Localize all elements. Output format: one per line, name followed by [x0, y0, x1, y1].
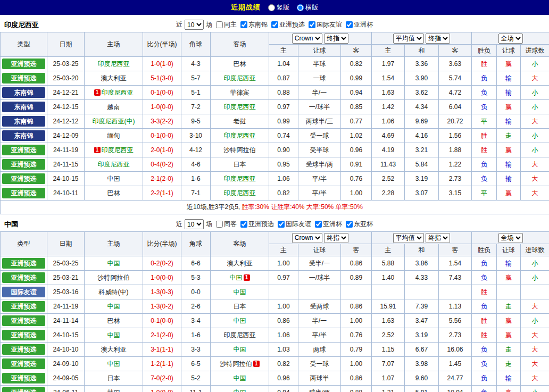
away-team[interactable]: 中国: [211, 285, 269, 299]
away-team[interactable]: 印度尼西亚: [211, 172, 269, 186]
competition-checkbox[interactable]: [346, 221, 353, 228]
away-team-name[interactable]: 老挝: [234, 118, 246, 125]
away-team-name[interactable]: 中国: [230, 274, 243, 281]
competition-checkbox[interactable]: [278, 221, 285, 228]
home-team[interactable]: 1印度尼西亚: [85, 143, 143, 157]
euro-source-select[interactable]: 平均值: [393, 233, 424, 243]
competition-filter[interactable]: 国际友谊: [278, 220, 311, 229]
scope-select[interactable]: 全场: [498, 233, 523, 243]
away-team[interactable]: 中国: [211, 386, 269, 392]
home-team-name[interactable]: 中国: [107, 260, 120, 267]
home-team[interactable]: 澳大利亚: [85, 343, 143, 357]
away-team-name[interactable]: 印度尼西亚: [224, 74, 256, 82]
competition-filter[interactable]: 亚洲预选: [240, 220, 274, 229]
home-team-name[interactable]: 沙特阿拉伯: [98, 274, 130, 281]
competition-checkbox[interactable]: [240, 21, 247, 28]
recent-count-select[interactable]: 10: [185, 20, 204, 30]
away-team[interactable]: 沙特阿拉伯: [211, 143, 269, 157]
away-team[interactable]: 印度尼西亚: [211, 186, 269, 201]
home-team-name[interactable]: 科威特(中): [99, 288, 129, 296]
competition-filter[interactable]: 国际友谊: [309, 20, 342, 29]
bookmaker-select[interactable]: Crown: [292, 233, 322, 243]
home-team-name[interactable]: 中国: [107, 175, 120, 182]
competition-filter[interactable]: 亚洲杯: [315, 220, 342, 229]
away-team-name[interactable]: 澳大利亚: [227, 260, 253, 267]
away-team[interactable]: 菲律宾: [211, 86, 269, 100]
away-team-name[interactable]: 中国: [234, 317, 246, 324]
home-team[interactable]: 日本: [85, 371, 143, 386]
competition-filter[interactable]: 东亚杯: [346, 220, 373, 229]
home-team[interactable]: 印度尼西亚: [85, 157, 143, 172]
home-team-name[interactable]: 印度尼西亚: [102, 146, 134, 154]
competition-checkbox[interactable]: [315, 221, 322, 228]
home-team[interactable]: 中国: [85, 299, 143, 314]
home-team[interactable]: 中国: [85, 256, 143, 271]
away-team-name[interactable]: 巴林: [234, 60, 246, 68]
home-team[interactable]: 韩国: [85, 386, 143, 392]
away-team-name[interactable]: 中国: [234, 346, 246, 353]
away-team[interactable]: 日本: [211, 299, 269, 314]
home-team-name[interactable]: 韩国: [107, 389, 120, 392]
home-team-name[interactable]: 日本: [107, 374, 120, 382]
away-team[interactable]: 中国1: [211, 271, 269, 285]
away-team-name[interactable]: 日本: [234, 161, 246, 168]
vertical-radio[interactable]: [268, 4, 275, 11]
home-team[interactable]: 澳大利亚: [85, 71, 143, 86]
home-team-name[interactable]: 印度尼西亚: [98, 60, 130, 68]
bookmaker-select[interactable]: Crown: [292, 34, 322, 44]
away-team-name[interactable]: 印度尼西亚: [224, 132, 256, 139]
competition-filter[interactable]: 亚洲预选: [271, 20, 305, 29]
home-team-name[interactable]: 中国: [107, 360, 120, 368]
competition-filter[interactable]: 东南锦: [240, 20, 268, 29]
away-team[interactable]: 印度尼西亚: [211, 328, 269, 343]
home-team[interactable]: 科威特(中): [85, 285, 143, 299]
home-team-name[interactable]: 巴林: [107, 189, 120, 197]
away-team[interactable]: 巴林: [211, 57, 269, 71]
away-team-name[interactable]: 印度尼西亚: [224, 175, 256, 182]
away-team-name[interactable]: 中国: [234, 389, 246, 392]
home-team-name[interactable]: 中国: [107, 303, 120, 310]
same-venue-checkbox[interactable]: [216, 221, 223, 228]
away-team[interactable]: 澳大利亚: [211, 256, 269, 271]
home-team[interactable]: 印度尼西亚(中): [85, 114, 143, 129]
away-team[interactable]: 中国: [211, 314, 269, 328]
scope-select[interactable]: 全场: [498, 34, 523, 44]
away-team[interactable]: 印度尼西亚: [211, 100, 269, 114]
competition-checkbox[interactable]: [271, 21, 278, 28]
away-team-name[interactable]: 印度尼西亚: [224, 189, 256, 197]
home-team[interactable]: 印度尼西亚: [85, 57, 143, 71]
home-team[interactable]: 中国: [85, 328, 143, 343]
away-team[interactable]: 沙特阿拉伯1: [211, 357, 269, 371]
home-team-name[interactable]: 巴林: [107, 317, 120, 324]
home-team-name[interactable]: 澳大利亚: [101, 74, 127, 82]
competition-filter[interactable]: 亚洲杯: [346, 20, 373, 29]
away-team-name[interactable]: 中国: [234, 288, 246, 296]
horizontal-radio[interactable]: [297, 4, 304, 11]
away-team-name[interactable]: 沙特阿拉伯: [224, 146, 256, 154]
away-team[interactable]: 中国: [211, 371, 269, 386]
away-team-name[interactable]: 菲律宾: [230, 89, 249, 96]
home-team[interactable]: 沙特阿拉伯: [85, 271, 143, 285]
away-team-name[interactable]: 印度尼西亚: [224, 103, 256, 111]
competition-checkbox[interactable]: [346, 21, 353, 28]
home-team[interactable]: 中国: [85, 357, 143, 371]
away-team[interactable]: 老挝: [211, 114, 269, 129]
away-team-name[interactable]: 中国: [234, 374, 246, 382]
competition-checkbox[interactable]: [309, 21, 315, 28]
same-venue-checkbox[interactable]: [216, 21, 223, 28]
recent-count-select[interactable]: 10: [185, 219, 204, 229]
home-team-name[interactable]: 印度尼西亚: [102, 89, 134, 96]
home-team-name[interactable]: 越南: [107, 103, 120, 111]
euro-odds-time-select[interactable]: 终指: [426, 233, 450, 243]
asian-odds-time-select[interactable]: 终指: [324, 34, 348, 44]
home-team[interactable]: 巴林: [85, 314, 143, 328]
away-team[interactable]: 日本: [211, 157, 269, 172]
away-team-name[interactable]: 日本: [234, 303, 246, 310]
away-team-name[interactable]: 印度尼西亚: [224, 331, 256, 339]
home-team-name[interactable]: 中国: [107, 331, 120, 339]
home-team[interactable]: 1印度尼西亚: [85, 86, 143, 100]
away-team[interactable]: 中国: [211, 343, 269, 357]
home-team[interactable]: 巴林: [85, 186, 143, 201]
home-team[interactable]: 中国: [85, 172, 143, 186]
same-venue-filter[interactable]: 同客: [216, 220, 237, 229]
